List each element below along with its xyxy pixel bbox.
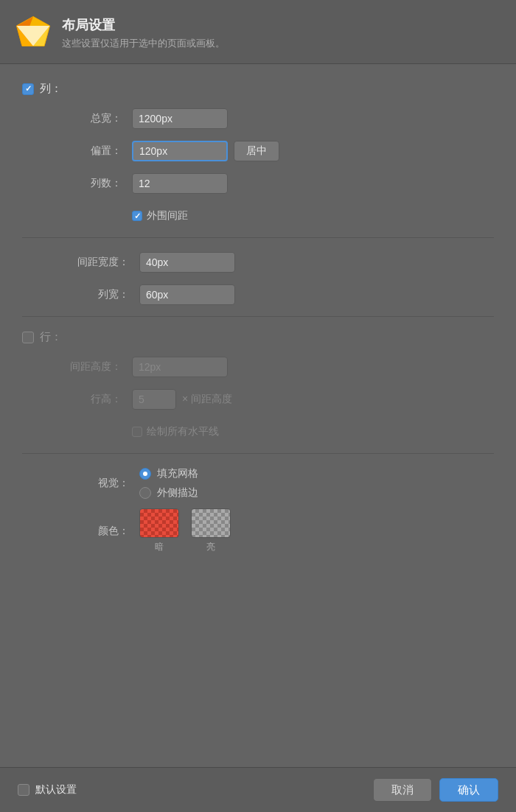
- light-color-swatch[interactable]: [191, 508, 231, 538]
- dialog: 布局设置 这些设置仅适用于选中的页面或画板。 列： 总宽： 偏置：: [0, 0, 516, 812]
- row-height-row: 行高： × 间距高度: [59, 388, 494, 410]
- offset-input[interactable]: [132, 141, 228, 161]
- light-swatch-group: 亮: [191, 508, 231, 553]
- header: 布局设置 这些设置仅适用于选中的页面或画板。: [0, 0, 516, 64]
- divider-1: [22, 237, 494, 238]
- column-width-label: 列宽：: [59, 288, 129, 301]
- draw-lines-checkbox-row: 绘制所有水平线: [132, 425, 219, 438]
- fill-grid-option[interactable]: 填充网格: [139, 467, 198, 480]
- columns-section: 列： 总宽： 偏置： 居中 列数：: [22, 82, 494, 227]
- dark-color-swatch[interactable]: [139, 508, 179, 538]
- row-height-input[interactable]: [132, 389, 176, 410]
- header-text: 布局设置 这些设置仅适用于选中的页面或画板。: [62, 16, 225, 50]
- columns-form-rows: 总宽： 偏置： 居中 列数：: [59, 108, 494, 227]
- color-label: 颜色：: [59, 525, 129, 538]
- gap-height-label: 间距高度：: [59, 360, 122, 374]
- rows-section-label: 行：: [40, 330, 62, 344]
- default-settings-label: 默认设置: [35, 783, 77, 797]
- color-row: 颜色： 暗 亮: [59, 508, 494, 553]
- total-width-label: 总宽：: [59, 112, 122, 125]
- footer-right: 取消 确认: [373, 778, 498, 802]
- cancel-button[interactable]: 取消: [373, 778, 432, 802]
- visual-radio-row: 视觉： 填充网格 外侧描边: [59, 467, 494, 500]
- total-width-input[interactable]: [132, 108, 228, 129]
- gap-height-row: 间距高度：: [59, 356, 494, 378]
- fill-grid-radio[interactable]: [139, 468, 151, 480]
- draw-lines-checkbox[interactable]: [132, 427, 142, 437]
- light-swatch-label: 亮: [206, 541, 215, 553]
- dark-swatch-group: 暗: [139, 508, 179, 553]
- dark-swatch-label: 暗: [155, 541, 164, 553]
- dialog-title: 布局设置: [62, 16, 225, 34]
- gap-width-input[interactable]: [139, 252, 235, 273]
- sketch-icon: [15, 15, 52, 52]
- rows-section-header: 行：: [22, 330, 494, 344]
- row-height-label: 行高：: [59, 393, 122, 406]
- total-width-row: 总宽：: [59, 108, 494, 130]
- row-multiplier-group: × 间距高度: [132, 389, 232, 410]
- columns-checkbox[interactable]: [22, 83, 34, 95]
- outer-stroke-radio[interactable]: [139, 487, 151, 499]
- center-button[interactable]: 居中: [234, 141, 279, 161]
- default-settings-checkbox[interactable]: [18, 784, 29, 796]
- offset-row: 偏置： 居中: [59, 140, 494, 162]
- offset-label: 偏置：: [59, 144, 122, 158]
- draw-lines-label: 绘制所有水平线: [147, 425, 219, 438]
- gap-width-label: 间距宽度：: [59, 256, 129, 269]
- visual-section: 视觉： 填充网格 外侧描边 颜色：: [59, 467, 494, 553]
- columns-section-header: 列：: [22, 82, 494, 96]
- column-width-input[interactable]: [139, 284, 235, 305]
- outer-stroke-label: 外侧描边: [157, 486, 198, 500]
- draw-lines-row: 绘制所有水平线: [59, 421, 494, 443]
- outer-gap-row: 外围间距: [59, 205, 494, 227]
- content: 列： 总宽： 偏置： 居中 列数：: [0, 64, 516, 767]
- footer: 默认设置 取消 确认: [0, 767, 516, 812]
- multiplier-label: × 间距高度: [182, 393, 232, 406]
- columns-extra-rows: 间距宽度： 列宽：: [59, 251, 494, 306]
- columns-count-label: 列数：: [59, 177, 122, 190]
- outer-gap-label: 外围间距: [147, 209, 188, 223]
- rows-form-rows: 间距高度： 行高： × 间距高度 绘制所有水平线: [59, 356, 494, 443]
- dialog-subtitle: 这些设置仅适用于选中的页面或画板。: [62, 37, 225, 50]
- gap-height-input[interactable]: [132, 357, 228, 377]
- column-width-row: 列宽：: [59, 284, 494, 306]
- outer-stroke-option[interactable]: 外侧描边: [139, 486, 198, 500]
- radio-group: 填充网格 外侧描边: [139, 467, 198, 500]
- color-swatches: 暗 亮: [139, 508, 231, 553]
- columns-count-input[interactable]: [132, 173, 228, 194]
- rows-checkbox[interactable]: [22, 332, 34, 343]
- columns-section-label: 列：: [40, 82, 62, 96]
- fill-grid-label: 填充网格: [157, 467, 198, 480]
- divider-2: [22, 316, 494, 317]
- divider-3: [22, 453, 494, 454]
- confirm-button[interactable]: 确认: [439, 778, 498, 802]
- outer-gap-checkbox[interactable]: [132, 211, 142, 221]
- visual-label: 视觉：: [59, 477, 129, 490]
- footer-left: 默认设置: [18, 783, 77, 797]
- columns-count-row: 列数：: [59, 172, 494, 195]
- outer-gap-checkbox-row: 外围间距: [132, 209, 188, 223]
- rows-section: 行： 间距高度： 行高： × 间距高度: [22, 330, 494, 443]
- gap-width-row: 间距宽度：: [59, 251, 494, 273]
